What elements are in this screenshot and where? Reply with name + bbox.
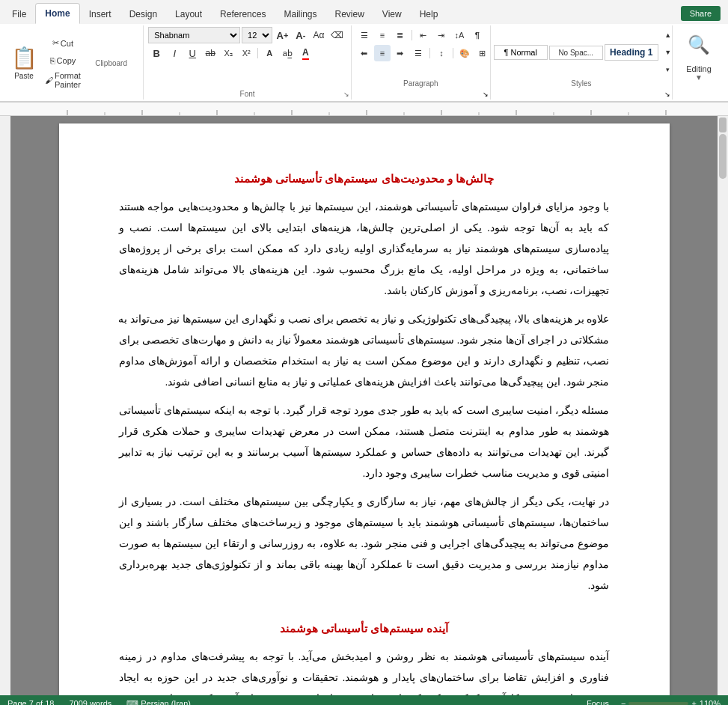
paragraph-3[interactable]: مسئله دیگر، امنیت سایبری است که باید به …: [119, 400, 610, 483]
increase-indent-button[interactable]: ⇥: [433, 27, 450, 43]
normal-style-button[interactable]: ¶ Normal: [494, 45, 548, 60]
tab-mailings[interactable]: Mailings: [275, 4, 325, 24]
ruler: [0, 103, 728, 116]
search-icon: 🔍: [688, 34, 710, 55]
main-area: چالش‌ها و محدودیت‌های سیستم‌های تأسیساتی…: [0, 116, 728, 695]
cut-button[interactable]: ✂ Cut: [42, 35, 84, 52]
scrollbar-area: [718, 116, 728, 695]
language-icon: ⌨: [126, 699, 138, 706]
paragraph-4[interactable]: در نهایت، یکی دیگر از چالش‌های مهم، نیاز…: [119, 491, 610, 596]
underline-button[interactable]: U: [184, 45, 201, 61]
page-info: Page 7 of 18: [7, 699, 54, 705]
zoom-level: 110%: [700, 699, 721, 705]
bullets-button[interactable]: ☰: [356, 27, 373, 43]
decrease-font-button[interactable]: A-: [293, 27, 309, 43]
increase-font-button[interactable]: A+: [274, 27, 291, 43]
format-painter-button[interactable]: 🖌 Format Painter: [42, 70, 84, 91]
multilevel-list-button[interactable]: ≣: [392, 27, 409, 43]
zoom-controls: − + 110%: [621, 699, 721, 705]
tab-file[interactable]: File: [3, 4, 35, 24]
numbering-button[interactable]: ≡: [374, 27, 391, 43]
language: ⌨ Persian (Iran): [126, 699, 191, 706]
tab-references[interactable]: References: [211, 4, 275, 24]
subscript-button[interactable]: X₂: [220, 45, 236, 61]
paste-button[interactable]: 📋 Paste: [7, 35, 40, 91]
tab-view[interactable]: View: [373, 4, 411, 24]
justify-button[interactable]: ☰: [410, 45, 426, 61]
font-size-select[interactable]: 12: [242, 27, 272, 43]
align-left-button[interactable]: ⬅: [356, 45, 373, 61]
sort-button[interactable]: ↕A: [451, 27, 468, 43]
tab-design[interactable]: Design: [120, 4, 166, 24]
styles-scroll-down[interactable]: ▼: [660, 44, 676, 61]
copy-button[interactable]: ⎘ Copy: [42, 52, 84, 69]
document-page: چالش‌ها و محدودیت‌های سیستم‌های تأسیساتی…: [59, 123, 670, 695]
editing-dropdown[interactable]: ▼: [695, 73, 703, 82]
toolbar: 📋 Paste ✂ Cut ⎘ Copy 🖌 Format Painter Cl…: [0, 24, 728, 103]
paint-icon: 🖌: [45, 76, 53, 85]
styles-section-label: Styles: [494, 78, 669, 88]
tab-home[interactable]: Home: [35, 3, 79, 24]
show-marks-button[interactable]: ¶: [469, 27, 486, 43]
status-bar-right: Focus − + 110%: [587, 699, 721, 705]
nospace-style-button[interactable]: No Spac...: [549, 46, 603, 60]
italic-button[interactable]: I: [166, 45, 183, 61]
share-button[interactable]: Share: [681, 6, 721, 21]
shading-button[interactable]: 🎨: [456, 45, 473, 61]
heading1-style-button[interactable]: Heading 1: [605, 44, 658, 61]
font-section: Shabnam 12 A+ A- Aα ⌫ B I U ab X₂ X² A a…: [144, 25, 352, 100]
clear-formatting-button[interactable]: ⌫: [328, 27, 346, 43]
paste-icon: 📋: [11, 46, 37, 70]
status-bar: Page 7 of 18 7009 words ⌨ Persian (Iran)…: [0, 695, 728, 705]
editing-label: Editing: [686, 64, 712, 73]
tab-bar: File Home Insert Design Layout Reference…: [0, 0, 728, 24]
borders-button[interactable]: ⊞: [474, 45, 491, 61]
styles-more[interactable]: ▾: [660, 61, 676, 78]
heading-challenges: چالش‌ها و محدودیت‌های سیستم‌های تأسیساتی…: [119, 168, 610, 189]
text-highlight-button[interactable]: ab̲: [279, 45, 296, 61]
scrollbar-thumb[interactable]: [719, 134, 727, 179]
change-case-button[interactable]: Aα: [311, 27, 327, 43]
font-section-label: Font: [148, 90, 346, 98]
font-name-select[interactable]: Shabnam: [148, 27, 240, 43]
clipboard-label: Clipboard: [84, 59, 138, 67]
word-count: 7009 words: [69, 699, 111, 705]
paragraph-1[interactable]: با وجود مزایای فراوان سیستم‌های تأسیساتی…: [119, 196, 610, 301]
superscript-button[interactable]: X²: [238, 45, 254, 61]
font-expand-icon[interactable]: ↘: [343, 91, 349, 98]
zoom-slider[interactable]: [628, 702, 688, 705]
styles-expand-icon[interactable]: ↘: [664, 91, 670, 98]
clipboard-section: 📋 Paste ✂ Cut ⎘ Copy 🖌 Format Painter Cl…: [3, 25, 144, 100]
bold-button[interactable]: B: [148, 45, 165, 61]
paragraph-2[interactable]: علاوه بر هزینه‌های بالا، پیچیدگی‌های تکن…: [119, 308, 610, 392]
align-center-button[interactable]: ≡: [374, 45, 391, 61]
document-area: چالش‌ها و محدودیت‌های سیستم‌های تأسیساتی…: [10, 116, 718, 695]
tab-layout[interactable]: Layout: [166, 4, 211, 24]
zoom-out-button[interactable]: −: [621, 699, 625, 705]
align-right-button[interactable]: ➡: [392, 45, 409, 61]
document-text: چالش‌ها و محدودیت‌های سیستم‌های تأسیساتی…: [119, 168, 610, 695]
sidebar-left: [0, 116, 10, 695]
styles-scroll-up[interactable]: ▲: [660, 27, 676, 43]
paragraph-expand-icon[interactable]: ↘: [483, 91, 489, 98]
styles-section: ¶ Normal No Spac... Heading 1 ▲ ▼ ▾ Styl…: [491, 25, 673, 100]
line-spacing-button[interactable]: ↕: [433, 45, 450, 61]
tab-review[interactable]: Review: [325, 4, 373, 24]
focus-label[interactable]: Focus: [587, 699, 609, 705]
paragraph-5[interactable]: آینده سیستم‌های تأسیساتی هوشمند به نظر ر…: [119, 646, 610, 695]
scissors-icon: ✂: [52, 38, 59, 48]
tab-help[interactable]: Help: [411, 4, 447, 24]
strikethrough-button[interactable]: ab: [202, 45, 218, 61]
vertical-scrollbar[interactable]: [718, 116, 728, 695]
paragraph-label: Paragraph: [356, 79, 486, 88]
search-button[interactable]: 🔍: [682, 28, 715, 61]
copy-icon: ⎘: [50, 56, 55, 65]
paste-label: Paste: [14, 72, 34, 80]
svg-rect-0: [0, 103, 728, 116]
font-color-button[interactable]: A: [297, 45, 313, 61]
zoom-in-button[interactable]: +: [691, 699, 696, 705]
editing-section: 🔍 Editing ▼: [673, 25, 725, 100]
decrease-indent-button[interactable]: ⇤: [415, 27, 432, 43]
text-effects-button[interactable]: A: [261, 45, 278, 61]
tab-insert[interactable]: Insert: [80, 4, 120, 24]
